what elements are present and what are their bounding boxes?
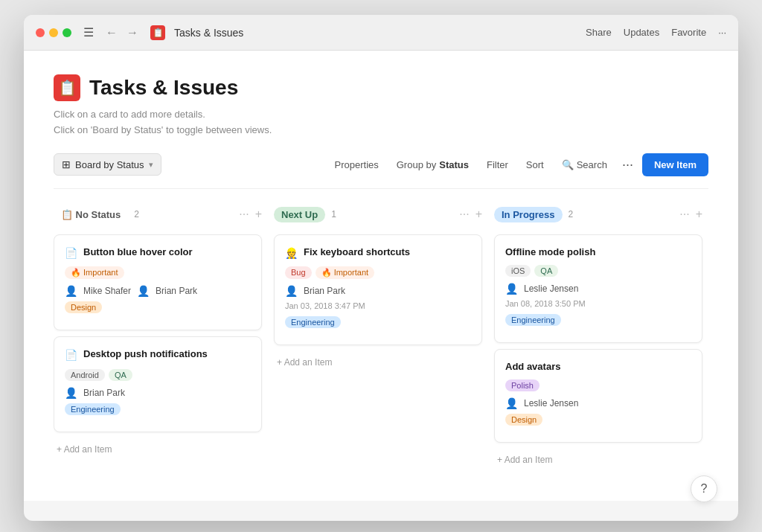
share-button[interactable]: Share	[586, 27, 612, 38]
search-icon: 🔍	[562, 159, 574, 170]
card-tags: Bug 🔥 Important	[285, 266, 471, 279]
page-subtitle: Click on a card to add more details. Cli…	[54, 107, 708, 138]
card-labels: Engineering	[285, 316, 471, 328]
app-window: ☰ ← → 📋 Tasks & Issues Share Updates Fav…	[24, 15, 738, 521]
avatar: 👤	[505, 283, 518, 295]
tag-ios: iOS	[505, 265, 531, 277]
card-tags: Android QA	[65, 369, 251, 381]
board-by-status-button[interactable]: ⊞ Board by Status ▾	[54, 153, 161, 176]
card-icon: 📄	[65, 348, 77, 363]
page-title: Tasks & Issues	[89, 76, 238, 100]
card-offline-mode[interactable]: Offline mode polish iOS QA 👤 Leslie Jens…	[494, 234, 702, 343]
minimize-button[interactable]	[49, 28, 58, 37]
toolbar: ⊞ Board by Status ▾ Properties Group by …	[54, 153, 708, 189]
column-more-in-progress[interactable]: ···	[679, 208, 689, 221]
card-title: Add avatars	[505, 360, 691, 374]
card-icon: 📄	[65, 246, 77, 261]
avatar: 👤	[505, 397, 518, 409]
card-tags: iOS QA	[505, 265, 691, 277]
card-desktop-push[interactable]: 📄 Desktop push notifications Android QA …	[54, 336, 262, 432]
sort-button[interactable]: Sort	[520, 155, 550, 175]
column-next-up: Next Up 1 ··· + 👷 Fix keyboard shortcuts…	[274, 204, 482, 471]
card-assignees: 👤 Leslie Jensen	[505, 283, 691, 295]
help-button[interactable]: ?	[691, 475, 717, 502]
card-tags: 🔥 Important	[65, 266, 251, 279]
column-more-next-up[interactable]: ···	[459, 208, 469, 221]
avatar: 👤	[65, 285, 77, 297]
tag-design: Design	[505, 414, 542, 426]
more-button[interactable]: ···	[718, 27, 726, 38]
traffic-lights	[36, 28, 71, 37]
updates-button[interactable]: Updates	[624, 27, 659, 38]
tag-qa: QA	[109, 369, 132, 381]
properties-button[interactable]: Properties	[329, 155, 385, 175]
card-assignees: 👤 Leslie Jensen	[505, 397, 691, 409]
board-label: Board by Status	[75, 159, 144, 170]
column-add-in-progress[interactable]: +	[696, 208, 702, 221]
titlebar-actions: Share Updates Favorite ···	[586, 27, 726, 38]
search-button[interactable]: 🔍 Search	[556, 155, 613, 175]
card-labels: Engineering	[65, 403, 251, 415]
column-count-next-up: 1	[331, 209, 336, 219]
card-assignees: 👤 Brian Park	[65, 387, 251, 399]
tag-engineering: Engineering	[285, 316, 341, 328]
group-by-button[interactable]: Group by Status	[391, 155, 475, 175]
menu-icon[interactable]: ☰	[83, 25, 94, 39]
window-title: Tasks & Issues	[174, 27, 577, 39]
card-title: 📄 Desktop push notifications	[65, 347, 251, 363]
avatar: 👤	[137, 285, 150, 297]
column-add-no-status[interactable]: +	[255, 208, 262, 221]
tag-important: 🔥 Important	[316, 266, 375, 279]
new-item-button[interactable]: New Item	[642, 153, 708, 176]
column-add-next-up[interactable]: +	[476, 208, 482, 221]
column-more-no-status[interactable]: ···	[239, 208, 249, 221]
page-header: 📋 Tasks & Issues	[54, 74, 708, 101]
chevron-down-icon: ▾	[149, 160, 153, 170]
column-in-progress: In Progress 2 ··· + Offline mode polish …	[494, 204, 702, 471]
card-button-blue[interactable]: 📄 Button blue hover color 🔥 Important 👤 …	[54, 234, 262, 331]
avatar: 👤	[65, 387, 77, 399]
add-item-no-status[interactable]: + Add an Item	[54, 438, 262, 461]
card-fix-keyboard[interactable]: 👷 Fix keyboard shortcuts Bug 🔥 Important…	[274, 234, 482, 346]
column-header-in-progress: In Progress 2 ··· +	[494, 204, 702, 228]
add-item-in-progress[interactable]: + Add an Item	[494, 449, 702, 471]
card-date: Jan 03, 2018 3:47 PM	[285, 301, 471, 310]
close-button[interactable]	[36, 28, 45, 37]
card-title: 👷 Fix keyboard shortcuts	[285, 246, 471, 261]
tag-important: 🔥 Important	[65, 266, 124, 279]
tag-android: Android	[65, 369, 105, 381]
page-content: 📋 Tasks & Issues Click on a card to add …	[24, 51, 738, 501]
card-title: 📄 Button blue hover color	[65, 246, 251, 261]
card-add-avatars[interactable]: Add avatars Polish 👤 Leslie Jensen Desig…	[494, 349, 702, 443]
filter-button[interactable]: Filter	[481, 155, 514, 175]
tag-engineering: Engineering	[505, 314, 561, 326]
favorite-button[interactable]: Favorite	[671, 27, 706, 38]
add-item-next-up[interactable]: + Add an Item	[274, 351, 482, 374]
card-labels: Design	[505, 414, 691, 426]
maximize-button[interactable]	[63, 28, 71, 37]
toolbar-more-button[interactable]: ···	[619, 154, 636, 176]
card-tags: Polish	[505, 379, 691, 391]
card-labels: Design	[65, 301, 251, 313]
page-icon: 📋	[54, 74, 80, 101]
column-count-no-status: 2	[134, 209, 139, 219]
card-icon: 👷	[285, 246, 298, 261]
tag-qa: QA	[534, 265, 558, 277]
board-icon: ⊞	[62, 158, 71, 170]
column-label-next-up: Next Up	[274, 207, 325, 222]
board: 📋 No Status 2 ··· + 📄 Button blue hover …	[54, 204, 708, 486]
tag-bug: Bug	[285, 266, 312, 279]
card-title: Offline mode polish	[505, 246, 691, 259]
column-count-in-progress: 2	[569, 209, 574, 219]
back-button[interactable]: ←	[103, 25, 121, 41]
column-label-no-status: 📋 No Status	[54, 207, 128, 222]
tag-engineering: Engineering	[65, 403, 121, 415]
column-label-in-progress: In Progress	[494, 207, 563, 222]
card-date: Jan 08, 2018 3:50 PM	[505, 299, 691, 308]
app-icon: 📋	[150, 25, 165, 40]
titlebar: ☰ ← → 📋 Tasks & Issues Share Updates Fav…	[24, 15, 738, 51]
card-assignees: 👤 Mike Shafer 👤 Brian Park	[65, 285, 251, 297]
nav-buttons: ← →	[103, 25, 141, 41]
column-no-status: 📋 No Status 2 ··· + 📄 Button blue hover …	[54, 204, 262, 471]
forward-button[interactable]: →	[124, 25, 141, 41]
